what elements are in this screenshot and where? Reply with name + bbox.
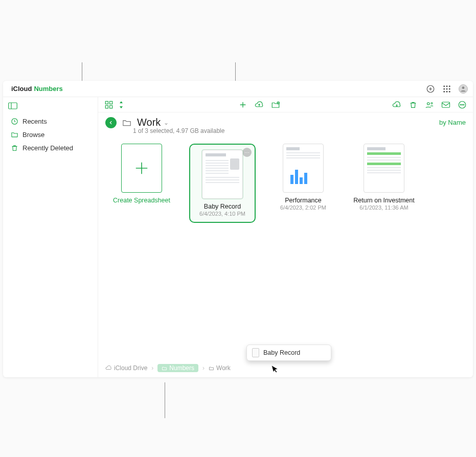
document-title: Return on Investment (353, 197, 415, 204)
sidebar-item-label: Recently Deleted (22, 144, 73, 152)
more-icon[interactable] (458, 100, 467, 109)
svg-point-22 (460, 104, 461, 105)
svg-rect-11 (9, 103, 17, 109)
sort-arrows-icon[interactable] (117, 100, 126, 109)
svg-point-5 (446, 88, 448, 89)
sidebar-item-label: Recents (22, 118, 47, 125)
sidebar-item-label: Browse (22, 131, 44, 139)
callout-line (165, 382, 165, 418)
toggle-sidebar-button[interactable] (3, 100, 98, 111)
breadcrumb-root-label: iCloud Drive (114, 364, 147, 372)
folder-name-label: Work (137, 117, 161, 128)
breadcrumb: iCloud Drive › Numbers › Work (105, 364, 231, 372)
account-avatar[interactable] (459, 84, 468, 94)
svg-point-3 (449, 85, 450, 87)
svg-rect-15 (105, 105, 108, 108)
sidebar-item-browse[interactable]: Browse (3, 128, 98, 141)
document-tile-baby-record[interactable]: ⋯ Baby Record 6/4/2023, 4:10 PM (189, 144, 256, 223)
delete-icon[interactable] (409, 100, 418, 109)
svg-point-7 (443, 90, 445, 92)
document-thumbnail (283, 144, 324, 193)
brand-title: iCloud Numbers (11, 85, 63, 93)
view-options-icon[interactable] (104, 100, 114, 109)
svg-point-24 (463, 104, 464, 105)
create-label: Create Spreadsheet (113, 197, 170, 204)
trash-icon (10, 144, 18, 152)
svg-point-23 (462, 104, 463, 105)
document-tile-roi[interactable]: Return on Investment 6/1/2023, 11:36 AM (351, 144, 417, 223)
sort-button[interactable]: by Name (439, 117, 466, 126)
create-spreadsheet-tile[interactable]: Create Spreadsheet (108, 144, 175, 223)
svg-point-18 (427, 102, 430, 105)
drag-preview-chip: Baby Record (246, 345, 331, 361)
breadcrumb-leaf[interactable]: Work (209, 364, 231, 372)
create-plus-icon (121, 144, 162, 193)
breadcrumb-root[interactable]: iCloud Drive (105, 364, 147, 372)
document-date: 6/1/2023, 11:36 AM (359, 204, 408, 211)
toolbar (98, 97, 473, 112)
back-button[interactable] (105, 117, 117, 128)
tile-more-button[interactable]: ⋯ (242, 148, 252, 157)
folder-title[interactable]: Work ⌄ (137, 117, 169, 128)
document-tile-performance[interactable]: Performance 6/4/2023, 2:02 PM (270, 144, 336, 223)
document-title: Baby Record (204, 203, 241, 210)
clock-icon (10, 117, 18, 125)
app-window: iCloud Numbers (3, 81, 473, 377)
svg-rect-20 (442, 102, 450, 107)
folder-icon (10, 130, 18, 139)
document-title: Performance (285, 197, 322, 204)
svg-point-6 (449, 88, 450, 89)
sidebar: Recents Browse Recently Deleted (3, 97, 98, 377)
document-date: 6/4/2023, 2:02 PM (280, 204, 326, 211)
document-date: 6/4/2023, 4:10 PM (199, 211, 245, 217)
svg-point-4 (443, 88, 445, 89)
main-panel: Work ⌄ 1 of 3 selected, 4.97 GB availabl… (98, 97, 473, 377)
document-thumbnail (364, 144, 404, 193)
document-grid: Create Spreadsheet ⋯ Baby Record 6/4/202… (98, 136, 473, 230)
breadcrumb-mid[interactable]: Numbers (157, 364, 198, 372)
brand-product: Numbers (34, 85, 62, 93)
share-people-icon[interactable] (425, 100, 434, 109)
svg-rect-14 (110, 101, 112, 104)
folder-icon (122, 119, 132, 127)
folder-header: Work ⌄ 1 of 3 selected, 4.97 GB availabl… (98, 112, 473, 136)
svg-point-9 (449, 90, 450, 92)
add-circle-icon[interactable] (426, 84, 435, 94)
selection-status: 1 of 3 selected, 4.97 GB available (133, 127, 224, 134)
svg-point-8 (446, 90, 448, 92)
chevron-right-icon: › (202, 364, 205, 372)
svg-rect-16 (110, 105, 112, 108)
svg-point-19 (431, 102, 433, 104)
breadcrumb-leaf-label: Work (216, 364, 231, 372)
chevron-right-icon: › (151, 364, 153, 372)
sidebar-item-recents[interactable]: Recents (3, 115, 98, 128)
mail-icon[interactable] (441, 100, 450, 109)
upload-cloud-icon[interactable] (255, 100, 264, 109)
sidebar-item-recently-deleted[interactable]: Recently Deleted (3, 141, 98, 154)
svg-point-2 (446, 85, 448, 87)
mini-thumb-icon (252, 348, 259, 357)
svg-point-1 (443, 85, 445, 87)
app-grid-icon[interactable] (442, 84, 451, 94)
cursor-icon (271, 363, 280, 374)
svg-rect-13 (105, 101, 108, 104)
drag-label: Baby Record (263, 349, 300, 356)
new-folder-icon[interactable] (271, 100, 280, 109)
title-bar: iCloud Numbers (3, 81, 473, 97)
chevron-down-icon: ⌄ (164, 119, 169, 126)
svg-point-10 (462, 86, 465, 89)
plus-icon[interactable] (238, 100, 247, 109)
document-thumbnail (202, 150, 243, 199)
breadcrumb-mid-label: Numbers (169, 364, 194, 372)
download-cloud-icon[interactable] (392, 100, 401, 109)
brand-prefix: iCloud (11, 85, 32, 93)
